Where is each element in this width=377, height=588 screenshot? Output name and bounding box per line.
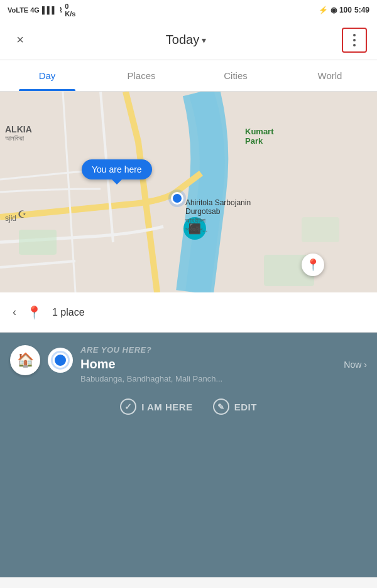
place-pin[interactable]: 📍 (302, 254, 324, 276)
mosque-icon: ☪ (18, 208, 26, 220)
map-label-alkia-bn: আলকিয়া (5, 134, 24, 142)
location-card: 🏠 ARE YOU HERE? Home Now › Babudanga, Ba… (10, 345, 367, 383)
status-left: VoLTE 4G ▌▌▌ ⌇ 0K/s (8, 3, 75, 18)
i-am-here-button[interactable]: ✓ I AM HERE (120, 398, 192, 415)
location-icon: ◉ (331, 6, 337, 14)
map-label-alkia: ALKIA (5, 124, 32, 134)
header-title-text: Today (166, 33, 199, 47)
svg-rect-1 (19, 230, 57, 255)
location-dot-small (48, 348, 73, 373)
close-button[interactable]: × (10, 30, 30, 50)
card-question: ARE YOU HERE? (80, 345, 367, 355)
home-icon-circle: 🏠 (10, 345, 40, 375)
signal-icon: ▌▌▌ (42, 6, 57, 14)
map-label-ahiritola: Ahiritola SarbojaninDurgotsabআহিরীটলাসার… (185, 198, 251, 233)
home-icon: 🏠 (17, 352, 34, 368)
more-options-button[interactable] (342, 28, 367, 53)
card-section: 🏠 ARE YOU HERE? Home Now › Babudanga, Ba… (0, 333, 377, 577)
tab-world[interactable]: World (283, 60, 377, 91)
carrier-label: VoLTE 4G (8, 6, 40, 14)
i-am-here-label: I AM HERE (141, 402, 192, 412)
dropdown-arrow-icon[interactable]: ▾ (202, 35, 206, 45)
card-content: ARE YOU HERE? Home Now › Babudanga, Band… (80, 345, 367, 383)
map-label-masjid: sjid (5, 214, 16, 223)
header: × Today ▾ (0, 20, 377, 60)
location-dot-inner (53, 353, 68, 368)
pin-icon: 📍 (306, 258, 320, 272)
map-label-kumartpark: KumartPark (245, 127, 274, 146)
header-title: Today ▾ (166, 33, 206, 47)
clock: 5:49 (354, 6, 369, 14)
card-time: Now › (344, 360, 367, 370)
map-view[interactable]: ⬛ 🏛 ALKIA আলকিয়া KumartPark Ahiritola S… (0, 92, 377, 292)
data-speed: 0K/s (65, 3, 75, 18)
card-address: Babudanga, Bandhaghat, Mali Panch... (80, 374, 367, 383)
bluetooth-icon: ⚡ (319, 6, 328, 14)
current-location-dot (171, 192, 183, 205)
card-name-row: Home Now › (80, 357, 367, 372)
location-pin-icon: 📍 (26, 305, 42, 320)
edit-button[interactable]: ✎ EDIT (213, 398, 257, 415)
edit-label: EDIT (234, 402, 257, 412)
wifi-icon: ⌇ (59, 6, 62, 14)
tab-day[interactable]: Day (0, 60, 94, 91)
status-right: ⚡ ◉ 100 5:49 (319, 6, 369, 14)
info-strip: ‹ 📍 1 place (0, 292, 377, 333)
tab-bar: Day Places Cities World (0, 60, 377, 92)
battery-level: 100 (339, 6, 352, 14)
card-place-name: Home (80, 357, 116, 372)
tab-places[interactable]: Places (94, 60, 188, 91)
places-count-label: 1 place (52, 307, 85, 318)
edit-pencil-icon: ✎ (213, 398, 229, 415)
three-dots-icon (353, 34, 356, 46)
status-bar: VoLTE 4G ▌▌▌ ⌇ 0K/s ⚡ ◉ 100 5:49 (0, 0, 377, 20)
action-buttons: ✓ I AM HERE ✎ EDIT (10, 398, 367, 415)
you-are-here-label: You are here (82, 159, 152, 179)
back-arrow-button[interactable]: ‹ (13, 306, 16, 319)
chevron-right-icon: › (364, 360, 367, 370)
tab-cities[interactable]: Cities (188, 60, 283, 91)
checkmark-icon: ✓ (120, 398, 136, 415)
svg-rect-3 (302, 217, 339, 242)
